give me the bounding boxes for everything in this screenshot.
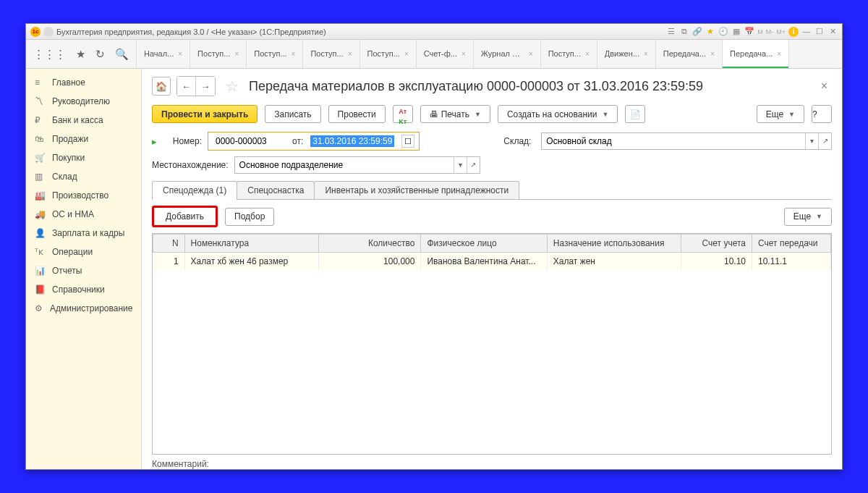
create-based-button[interactable]: Создать на основании▼ bbox=[498, 105, 618, 123]
tab-close-icon[interactable]: × bbox=[178, 50, 182, 58]
top-tab[interactable]: Начал...× bbox=[137, 40, 190, 68]
sidebar-label: Администрирование bbox=[50, 303, 132, 313]
tab-close-icon[interactable]: × bbox=[404, 50, 409, 58]
calendar-icon[interactable]: 📅 bbox=[744, 27, 754, 37]
sidebar-item[interactable]: ₽Банк и касса bbox=[26, 111, 141, 130]
th-account[interactable]: Счет учета bbox=[681, 235, 752, 253]
sidebar-item[interactable]: 〽Руководителю bbox=[26, 92, 141, 111]
window-close-icon[interactable]: ✕ bbox=[827, 27, 838, 37]
top-tab[interactable]: Движен...× bbox=[597, 40, 656, 68]
tab-close-icon[interactable]: × bbox=[292, 50, 296, 58]
top-tab[interactable]: Передача...× bbox=[723, 40, 789, 68]
favorite-star-icon[interactable]: ☆ bbox=[226, 77, 239, 95]
warehouse-combo[interactable]: ▾ ↗ bbox=[541, 132, 832, 150]
sidebar-item[interactable]: 👤Зарплата и кадры bbox=[26, 224, 141, 243]
back-button[interactable]: ← bbox=[177, 77, 196, 96]
sidebar-item[interactable]: 📕Справочники bbox=[26, 280, 141, 299]
doc-tab[interactable]: Инвентарь и хозяйственные принадлежности bbox=[314, 181, 519, 199]
top-tab[interactable]: Поступ...× bbox=[541, 40, 597, 68]
combo-open-icon[interactable]: ↗ bbox=[467, 157, 480, 173]
location-combo[interactable]: ▾ ↗ bbox=[234, 156, 480, 174]
calc-icon[interactable]: ▦ bbox=[731, 27, 741, 37]
favorite-icon[interactable]: ★ bbox=[705, 27, 715, 37]
tab-close-icon[interactable]: × bbox=[777, 50, 781, 58]
home-button[interactable]: 🏠 bbox=[152, 77, 171, 96]
top-tab[interactable]: Счет-ф...× bbox=[417, 40, 474, 68]
tab-close-icon[interactable]: × bbox=[585, 50, 590, 58]
tab-close-icon[interactable]: × bbox=[644, 50, 648, 58]
comment-label: Комментарий: bbox=[152, 459, 209, 469]
toolbar-icon-3[interactable]: 🔗 bbox=[692, 27, 702, 37]
combo-dropdown-icon[interactable]: ▾ bbox=[805, 133, 818, 149]
print-button[interactable]: 🖶Печать▼ bbox=[420, 105, 490, 123]
minimize-icon[interactable]: — bbox=[801, 27, 812, 37]
th-qty[interactable]: Количество bbox=[318, 235, 421, 253]
sidebar-item[interactable]: ⚙Администрирование bbox=[26, 299, 141, 318]
th-purpose[interactable]: Назначение использования bbox=[547, 235, 681, 253]
tab-close-icon[interactable]: × bbox=[234, 50, 239, 58]
search-icon[interactable]: 🔍 bbox=[115, 48, 129, 61]
write-button[interactable]: Записать bbox=[265, 105, 320, 123]
toolbar-icon-2[interactable]: ⧉ bbox=[679, 27, 689, 37]
sidebar-item[interactable]: 📊Отчеты bbox=[26, 261, 141, 280]
more-button[interactable]: Еще▼ bbox=[757, 105, 804, 123]
sidebar-item[interactable]: 🚚ОС и НМА bbox=[26, 205, 141, 224]
tab-close-icon[interactable]: × bbox=[461, 50, 466, 58]
maximize-icon[interactable]: ☐ bbox=[814, 27, 825, 37]
tab-close-icon[interactable]: × bbox=[710, 50, 715, 58]
top-tab[interactable]: Поступ...× bbox=[360, 40, 417, 68]
add-button[interactable]: Добавить bbox=[152, 206, 218, 227]
top-tab[interactable]: Поступ...× bbox=[190, 40, 247, 68]
tab-close-icon[interactable]: × bbox=[529, 50, 533, 58]
date-input[interactable]: 31.03.2016 23:59:59 bbox=[310, 135, 394, 147]
combo-dropdown-icon[interactable]: ▾ bbox=[454, 157, 467, 173]
sidebar-item[interactable]: 🏭Производство bbox=[26, 186, 141, 205]
dtkt-button[interactable]: AтKт bbox=[393, 105, 413, 123]
number-input[interactable] bbox=[213, 135, 285, 148]
sidebar-item[interactable]: 🛍Продажи bbox=[26, 130, 141, 148]
page-close-icon[interactable]: × bbox=[817, 80, 832, 93]
tab-label: Поступ... bbox=[254, 49, 286, 59]
sidebar-label: Руководителю bbox=[52, 96, 110, 106]
top-tab[interactable]: Передача...× bbox=[656, 40, 723, 68]
post-button[interactable]: Провести bbox=[328, 105, 386, 123]
table-more-button[interactable]: Еще▼ bbox=[784, 208, 832, 226]
sidebar-item[interactable]: ≡Главное bbox=[26, 73, 141, 92]
tab-close-icon[interactable]: × bbox=[348, 50, 352, 58]
sidebar-item[interactable]: ᵀᴋОперации bbox=[26, 243, 141, 261]
nav-back-icon[interactable] bbox=[43, 27, 54, 37]
cell-purpose: Халат жен bbox=[547, 253, 681, 271]
top-tab[interactable]: Поступ...× bbox=[303, 40, 359, 68]
pick-button[interactable]: Подбор bbox=[225, 208, 274, 226]
top-tab[interactable]: Журнал операций× bbox=[474, 40, 541, 68]
warehouse-input[interactable] bbox=[542, 136, 805, 146]
apps-icon[interactable]: ⋮⋮⋮ bbox=[33, 48, 66, 61]
date-picker-icon[interactable]: ☐ bbox=[401, 135, 414, 148]
clock-icon[interactable]: ↻ bbox=[95, 48, 105, 61]
attach-button[interactable]: 📄 bbox=[625, 105, 645, 123]
th-nomen[interactable]: Номенклатура bbox=[184, 235, 318, 253]
sidebar-item[interactable]: ▥Склад bbox=[26, 167, 141, 186]
th-person[interactable]: Физическое лицо bbox=[421, 235, 547, 253]
sidebar-label: Продажи bbox=[52, 134, 88, 144]
post-close-button[interactable]: Провести и закрыть bbox=[152, 105, 258, 123]
top-tab[interactable]: Поступ...× bbox=[247, 40, 303, 68]
doc-tab[interactable]: Спецодежда (1) bbox=[152, 181, 237, 199]
toolbar-icon-1[interactable]: ☰ bbox=[666, 27, 676, 37]
m-minus-icon[interactable]: M- bbox=[766, 28, 774, 35]
document-tabs: Спецодежда (1)СпецоснасткаИнвентарь и хо… bbox=[152, 181, 832, 200]
table-row[interactable]: 1Халат хб жен 46 размер100,000Иванова Ва… bbox=[153, 253, 831, 271]
th-transfer[interactable]: Счет передачи bbox=[752, 235, 831, 253]
m-plus-icon[interactable]: M+ bbox=[776, 28, 786, 35]
help-button[interactable]: ? bbox=[812, 105, 832, 123]
history-icon[interactable]: 🕘 bbox=[718, 27, 728, 37]
forward-button[interactable]: → bbox=[196, 77, 215, 96]
th-n[interactable]: N bbox=[153, 235, 185, 253]
doc-tab[interactable]: Спецоснастка bbox=[237, 181, 315, 199]
help-icon[interactable]: i bbox=[788, 27, 799, 37]
location-input[interactable] bbox=[235, 160, 454, 170]
sidebar-item[interactable]: 🛒Покупки bbox=[26, 148, 141, 167]
combo-open-icon[interactable]: ↗ bbox=[818, 133, 831, 149]
star-icon[interactable]: ★ bbox=[76, 48, 85, 61]
m-icon[interactable]: M bbox=[757, 28, 763, 35]
